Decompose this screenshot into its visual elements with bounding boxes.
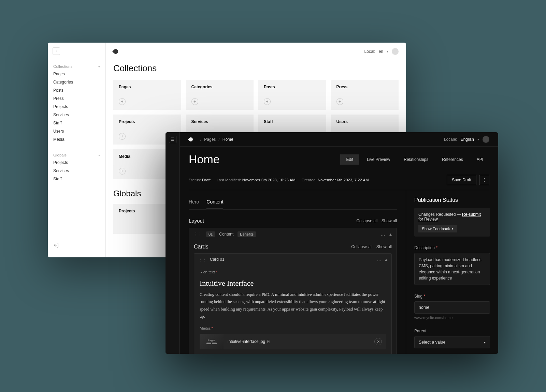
copy-icon[interactable]: ⎘ xyxy=(267,339,270,344)
tab-live-preview[interactable]: Live Preview xyxy=(361,154,396,165)
parent-label: Parent xyxy=(414,329,490,333)
media-label: Media xyxy=(200,326,210,330)
light-sidebar: ‹ Collections ▾ Pages Categories Posts P… xyxy=(48,43,106,257)
plus-icon[interactable]: + xyxy=(336,98,343,105)
view-tabs: Edit Live Preview Relationships Referenc… xyxy=(340,154,489,165)
collection-card-categories[interactable]: Categories+ xyxy=(186,80,254,110)
dark-header: Home Edit Live Preview Relationships Ref… xyxy=(180,147,498,190)
menu-toggle-button[interactable]: ☰ xyxy=(169,136,176,143)
tab-references[interactable]: References xyxy=(436,154,469,165)
changes-requested-text: Changes Requested — xyxy=(418,212,461,217)
dark-sidebar-collapsed: ☰ xyxy=(166,132,180,354)
chevron-down-icon: ▾ xyxy=(484,341,486,344)
slug-label: Slug xyxy=(414,294,422,299)
sidebar-item-global-services[interactable]: Services xyxy=(48,167,105,175)
avatar[interactable] xyxy=(483,136,489,143)
sidebar-item-global-projects[interactable]: Projects xyxy=(48,159,105,167)
collection-card-posts[interactable]: Posts+ xyxy=(258,80,326,110)
sidebar-group-collections[interactable]: Collections ▾ xyxy=(48,63,105,70)
created-value: November 6th 2023, 7:22 AM xyxy=(318,178,369,182)
sidebar-item-services[interactable]: Services xyxy=(48,111,105,119)
plus-icon[interactable]: + xyxy=(264,98,271,105)
save-draft-button[interactable]: Save Draft xyxy=(447,175,476,185)
logout-button[interactable] xyxy=(48,239,105,253)
sidebar-group-globals[interactable]: Globals ▾ xyxy=(48,152,105,159)
sidebar-item-press[interactable]: Press xyxy=(48,94,105,103)
breadcrumb-pages[interactable]: Pages xyxy=(204,137,216,142)
subtab-hero[interactable]: Hero xyxy=(189,197,199,209)
plus-icon[interactable]: + xyxy=(191,98,198,105)
sidebar-item-categories[interactable]: Categories xyxy=(48,78,105,86)
created-label: Created: xyxy=(302,178,317,182)
drag-handle-icon[interactable]: ⋮⋮ xyxy=(198,257,206,262)
meta-row: Status: Draft Last Modified: November 6t… xyxy=(189,175,489,190)
plus-icon[interactable]: + xyxy=(119,133,126,140)
more-actions-button[interactable]: ⋮ xyxy=(479,175,489,185)
block-index: 01 xyxy=(206,231,215,237)
block-name: Benefits xyxy=(238,231,256,237)
richtext-heading[interactable]: Intuitive Interface xyxy=(200,279,386,288)
chevron-down-icon: ▾ xyxy=(98,65,100,69)
parent-placeholder: Select a value xyxy=(419,340,446,345)
dark-main: / Pages / Home Locale: English ▾ Home Ed… xyxy=(180,132,498,354)
plus-icon[interactable]: + xyxy=(119,168,126,175)
chevron-up-icon[interactable]: ▴ xyxy=(385,257,387,262)
block-type: Content xyxy=(219,232,233,237)
status-label: Status: xyxy=(189,178,201,182)
content-subtabs: Hero Content xyxy=(189,197,397,210)
locale-value[interactable]: en xyxy=(379,49,383,54)
logo-icon xyxy=(112,48,119,55)
richtext-label: Rich text xyxy=(200,270,215,274)
show-feedback-button[interactable]: Show Feedback ▾ xyxy=(418,225,457,232)
chevron-down-icon: ▾ xyxy=(452,227,454,230)
locale-label: Local: xyxy=(364,49,375,54)
sidebar-item-projects[interactable]: Projects xyxy=(48,103,105,111)
plus-icon[interactable]: + xyxy=(119,98,126,105)
sidebar-item-users[interactable]: Users xyxy=(48,127,105,135)
tab-relationships[interactable]: Relationships xyxy=(398,154,434,165)
subtab-content[interactable]: Content xyxy=(206,197,223,209)
cards-title: Cards xyxy=(194,244,209,250)
cards-collapse-all[interactable]: Collapse all xyxy=(351,244,372,249)
description-field[interactable]: Payload has modernized headless CMS, pai… xyxy=(414,253,490,285)
slug-hint: www.mysite.com/home xyxy=(414,316,490,320)
cards-show-all[interactable]: Show all xyxy=(376,244,392,249)
sidebar-item-global-staff[interactable]: Staff xyxy=(48,175,105,183)
dark-body: Hero Content Layout Collapse all Show al… xyxy=(180,190,498,354)
chevron-down-icon: ▾ xyxy=(387,50,388,53)
publication-status-box: Changes Requested — Re-submit for Review… xyxy=(414,208,490,237)
parent-select[interactable]: Select a value ▾ xyxy=(414,336,490,348)
locale-value[interactable]: English xyxy=(461,137,474,142)
collapse-all-button[interactable]: Collapse all xyxy=(356,218,377,223)
avatar[interactable] xyxy=(392,48,399,55)
slug-field[interactable]: home xyxy=(414,301,490,314)
layout-title: Layout xyxy=(189,218,204,224)
card-title: Card 01 xyxy=(210,257,225,262)
editor-panel: Hero Content Layout Collapse all Show al… xyxy=(180,190,406,354)
locale-label: Locale: xyxy=(444,137,457,142)
chevron-up-icon[interactable]: ▴ xyxy=(389,231,392,237)
page-title: Home xyxy=(189,153,220,166)
sidebar-item-media[interactable]: Media xyxy=(48,135,105,144)
dark-topbar: / Pages / Home Locale: English ▾ xyxy=(180,132,498,147)
card-more-button[interactable]: … xyxy=(377,257,382,262)
media-item[interactable]: Pages intuitive-interface.jpg ⎘ ✕ xyxy=(200,334,386,349)
sidebar-item-posts[interactable]: Posts xyxy=(48,86,105,94)
back-button[interactable]: ‹ xyxy=(53,47,60,55)
thumb-label: Pages xyxy=(208,339,216,342)
collection-card-pages[interactable]: Pages+ xyxy=(113,80,181,110)
block-more-button[interactable]: … xyxy=(380,231,385,237)
media-remove-button[interactable]: ✕ xyxy=(374,338,382,345)
show-all-button[interactable]: Show all xyxy=(382,218,397,223)
collection-card-press[interactable]: Press+ xyxy=(331,80,399,110)
media-filename: intuitive-interface.jpg xyxy=(228,339,265,344)
sidebar-item-pages[interactable]: Pages xyxy=(48,70,105,78)
tab-api[interactable]: API xyxy=(471,154,489,165)
breadcrumb-home: Home xyxy=(222,137,233,142)
sidebar-item-staff[interactable]: Staff xyxy=(48,119,105,127)
tab-edit[interactable]: Edit xyxy=(340,154,360,165)
drag-handle-icon[interactable]: ⋮⋮ xyxy=(194,232,202,237)
sidebar-group-label: Collections xyxy=(53,64,72,69)
richtext-body[interactable]: Creating content shouldn't require a PhD… xyxy=(200,291,386,320)
chevron-down-icon: ▾ xyxy=(98,153,100,157)
